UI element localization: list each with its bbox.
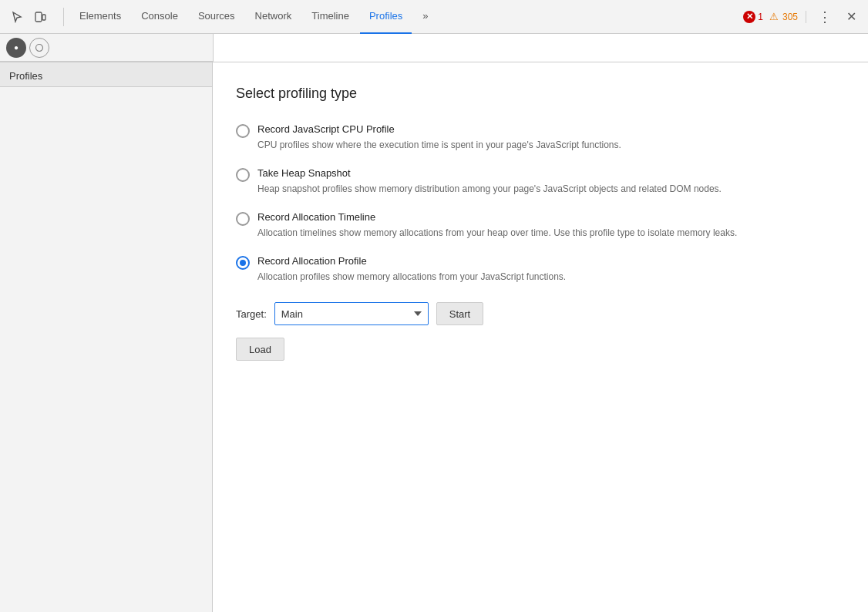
- option-alloc-timeline-title: Record Allocation Timeline: [257, 211, 845, 223]
- sidebar: Profiles: [0, 62, 213, 612]
- radio-heap[interactable]: [236, 168, 250, 182]
- section-title: Select profiling type: [236, 86, 845, 102]
- warning-icon: ⚠: [768, 11, 780, 23]
- warning-badge: ⚠ 305: [768, 11, 798, 23]
- tab-more[interactable]: »: [413, 0, 437, 34]
- sidebar-header: Profiles: [0, 62, 212, 87]
- device-icon-btn[interactable]: [29, 6, 51, 28]
- tab-network[interactable]: Network: [246, 0, 301, 34]
- radio-cpu[interactable]: [236, 124, 250, 138]
- option-cpu-content: Record JavaScript CPU Profile CPU profil…: [257, 123, 845, 152]
- option-cpu-title: Record JavaScript CPU Profile: [257, 123, 845, 135]
- option-heap-content: Take Heap Snapshot Heap snapshot profile…: [257, 167, 845, 196]
- tab-timeline[interactable]: Timeline: [302, 0, 358, 34]
- more-menu-button[interactable]: ⋮: [814, 6, 836, 28]
- option-cpu: Record JavaScript CPU Profile CPU profil…: [236, 123, 845, 152]
- option-alloc-timeline-desc: Allocation timelines show memory allocat…: [257, 226, 782, 240]
- option-cpu-desc: CPU profiles show where the execution ti…: [257, 138, 782, 152]
- error-badge: ✕ 1: [743, 11, 763, 23]
- option-alloc-profile-desc: Allocation profiles show memory allocati…: [257, 270, 782, 284]
- main-layout: Profiles Select profiling type Record Ja…: [0, 62, 868, 612]
- option-alloc-profile-content: Record Allocation Profile Allocation pro…: [257, 255, 845, 284]
- option-heap-desc: Heap snapshot profiles show memory distr…: [257, 182, 782, 196]
- radio-alloc-timeline[interactable]: [236, 212, 250, 226]
- close-button[interactable]: ✕: [840, 6, 862, 28]
- toolbar-icon-group: [6, 6, 51, 28]
- content-area: Select profiling type Record JavaScript …: [213, 62, 868, 612]
- radio-alloc-profile[interactable]: [236, 256, 250, 270]
- load-row: Load: [236, 338, 845, 361]
- tab-console[interactable]: Console: [132, 0, 187, 34]
- error-icon: ✕: [743, 11, 755, 23]
- option-alloc-profile-title: Record Allocation Profile: [257, 255, 845, 267]
- option-heap: Take Heap Snapshot Heap snapshot profile…: [236, 167, 845, 196]
- target-select-wrapper: Main: [274, 302, 429, 325]
- stop-button[interactable]: [29, 38, 49, 58]
- devtools-toolbar: Elements Console Sources Network Timelin…: [0, 0, 868, 34]
- toolbar-divider: [63, 8, 64, 26]
- record-button[interactable]: ●: [6, 38, 26, 58]
- tab-profiles[interactable]: Profiles: [360, 0, 412, 34]
- cursor-icon-btn[interactable]: [6, 6, 28, 28]
- action-bar: ●: [0, 34, 213, 62]
- load-button[interactable]: Load: [236, 338, 284, 361]
- option-alloc-timeline: Record Allocation Timeline Allocation ti…: [236, 211, 845, 240]
- warning-count: 305: [782, 12, 798, 22]
- target-row: Target: Main Start: [236, 302, 845, 325]
- svg-rect-1: [42, 15, 45, 20]
- option-alloc-profile: Record Allocation Profile Allocation pro…: [236, 255, 845, 284]
- tab-sources[interactable]: Sources: [189, 0, 244, 34]
- target-label: Target:: [236, 308, 267, 320]
- svg-rect-0: [35, 12, 42, 22]
- tab-elements[interactable]: Elements: [70, 0, 130, 34]
- error-count: 1: [758, 12, 763, 22]
- target-select[interactable]: Main: [274, 302, 429, 325]
- start-button[interactable]: Start: [436, 302, 483, 325]
- toolbar-right: ✕ 1 ⚠ 305 ⋮ ✕: [743, 6, 862, 28]
- option-alloc-timeline-content: Record Allocation Timeline Allocation ti…: [257, 211, 845, 240]
- option-heap-title: Take Heap Snapshot: [257, 167, 845, 179]
- badge-divider: [806, 11, 806, 23]
- svg-point-2: [36, 44, 43, 51]
